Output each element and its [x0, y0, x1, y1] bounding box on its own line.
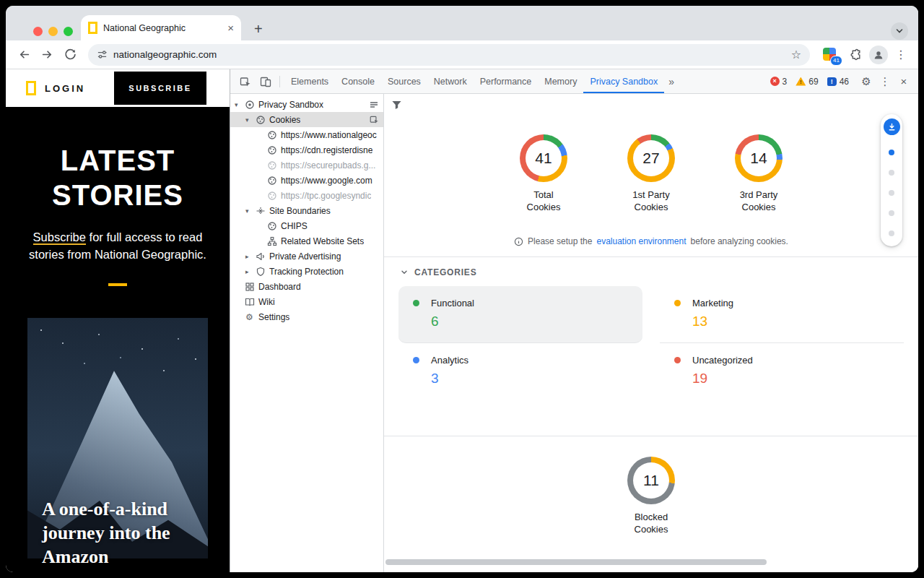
more-tabs-icon[interactable]: »	[664, 76, 679, 87]
tree-item-dashboard[interactable]: Dashboard	[230, 279, 383, 294]
tab-memory[interactable]: Memory	[538, 69, 583, 93]
tree-item-privacy-sandbox[interactable]: ▾ Privacy Sandbox	[230, 97, 383, 112]
maximize-window-button[interactable]	[64, 27, 73, 36]
inspect-cookies-icon[interactable]	[370, 115, 383, 124]
tree-item-site-boundaries[interactable]: ▾ Site Boundaries	[230, 203, 383, 218]
browser-menu-icon[interactable]: ⋮	[892, 48, 910, 61]
headline-line-1: LATEST	[6, 143, 230, 178]
close-devtools-icon[interactable]: ×	[895, 75, 912, 87]
tree-item-settings[interactable]: ⚙ Settings	[230, 309, 383, 324]
promo-subscribe-link[interactable]: Subscribe	[33, 230, 86, 245]
category-functional[interactable]: Functional 6	[398, 286, 642, 343]
issues-count: 46	[840, 77, 849, 87]
browser-tab[interactable]: National Geographic ×	[81, 15, 241, 40]
expander-icon[interactable]: ▾	[235, 101, 244, 108]
minimize-window-button[interactable]	[48, 27, 58, 36]
bookmark-star-icon[interactable]: ☆	[791, 48, 801, 61]
warning-count: 69	[808, 77, 818, 87]
total-cookies-value: 41	[535, 150, 552, 167]
total-cookies-label: Total Cookies	[510, 189, 577, 213]
section-dot[interactable]	[889, 210, 894, 216]
tab-search-chevron-icon[interactable]	[891, 22, 908, 40]
categories-header[interactable]: CATEGORIES	[384, 257, 918, 285]
promo-text: Subscribe for full access to read storie…	[18, 228, 217, 263]
settings-gear-icon[interactable]: ⚙	[858, 75, 875, 88]
section-dot-active[interactable]	[889, 150, 894, 155]
blocked-cookies-chart: 11 Blocked Cookies	[384, 457, 918, 535]
devtools-tabs: Elements Console Sources Network Perform…	[284, 69, 679, 93]
total-cookies-chart: 41 Total Cookies	[510, 134, 577, 213]
stars-decoration	[40, 329, 42, 331]
tab-privacy-sandbox[interactable]: Privacy Sandbox	[583, 69, 664, 93]
extensions-puzzle-icon[interactable]	[846, 46, 865, 64]
subscribe-button[interactable]: SUBSCRIBE	[114, 72, 206, 105]
third-party-value: 14	[750, 150, 767, 167]
tab-close-icon[interactable]: ×	[227, 22, 234, 34]
tab-performance[interactable]: Performance	[474, 69, 539, 93]
forward-button[interactable]	[38, 46, 56, 64]
expander-icon[interactable]: ▾	[245, 207, 255, 215]
section-dot[interactable]	[889, 190, 894, 196]
error-count: 3	[783, 77, 788, 87]
tree-item-related-website-sets[interactable]: Related Website Sets	[230, 233, 383, 249]
chevron-down-icon[interactable]	[400, 268, 409, 277]
categories-title: CATEGORIES	[414, 267, 476, 277]
tree-item-url-registerdisney[interactable]: https://cdn.registerdisne	[230, 142, 383, 158]
site-body: LATEST STORIES Subscribe for full access…	[6, 143, 230, 558]
hero-article[interactable]: A one-of-a-kind journey into the Amazon	[27, 318, 208, 558]
category-analytics[interactable]: Analytics 3	[398, 343, 642, 400]
tree-item-private-advertising[interactable]: ▸ Private Advertising	[230, 249, 383, 264]
filter-icon[interactable]	[391, 100, 402, 111]
third-party-cookies-chart: 14 3rd Party Cookies	[725, 134, 792, 213]
reload-button[interactable]	[61, 46, 79, 64]
devtools-menu-icon[interactable]: ⋮	[876, 75, 894, 88]
tab-elements[interactable]: Elements	[284, 69, 335, 93]
new-tab-button[interactable]: +	[254, 22, 263, 36]
horizontal-scrollbar[interactable]	[385, 559, 767, 565]
tree-item-chips[interactable]: CHIPS	[230, 218, 383, 233]
close-window-button[interactable]	[33, 27, 43, 36]
browser-window: National Geographic × + nationalgeograph…	[6, 6, 918, 572]
tree-item-wiki[interactable]: Wiki	[230, 294, 383, 309]
expander-icon[interactable]: ▸	[245, 268, 255, 275]
device-toolbar-icon[interactable]	[256, 72, 275, 91]
functional-dot-icon	[413, 300, 419, 306]
natgeo-logo-icon[interactable]	[26, 81, 36, 95]
tree-item-url-securepubads[interactable]: https://securepubads.g...	[230, 158, 383, 173]
tab-title: National Geographic	[103, 23, 222, 33]
url-text[interactable]: nationalgeographic.com	[113, 49, 785, 60]
evaluation-environment-link[interactable]: evaluation environment	[596, 236, 686, 246]
hero-caption[interactable]: A one-of-a-kind journey into the Amazon	[42, 497, 199, 569]
category-uncategorized[interactable]: Uncategorized 19	[660, 343, 904, 400]
third-party-donut: 14	[735, 134, 783, 182]
tree-item-tracking-protection[interactable]: ▸ Tracking Protection	[230, 264, 383, 279]
section-dot[interactable]	[889, 230, 894, 236]
address-bar[interactable]: nationalgeographic.com ☆	[88, 44, 810, 66]
profile-avatar[interactable]	[869, 46, 888, 64]
sidebar-menu-icon[interactable]	[369, 100, 383, 110]
tree-item-url-nationalgeographic[interactable]: https://www.nationalgeoc	[230, 127, 383, 142]
devtools-panel: Elements Console Sources Network Perform…	[230, 69, 918, 572]
login-link[interactable]: LOGIN	[45, 83, 85, 94]
category-marketing[interactable]: Marketing 13	[660, 286, 904, 343]
tree-item-url-google[interactable]: https://www.google.com	[230, 173, 383, 188]
privacy-sandbox-extension-icon[interactable]: 41	[823, 48, 837, 62]
first-party-value: 27	[642, 150, 659, 167]
tab-console[interactable]: Console	[335, 69, 381, 93]
setup-note: Please setup the evaluation environment …	[384, 236, 918, 246]
inspect-element-icon[interactable]	[236, 72, 255, 91]
tree-item-cookies[interactable]: ▾ Cookies	[230, 112, 383, 127]
tree-item-url-googlesyndication[interactable]: https://tpc.googlesyndic	[230, 188, 383, 203]
tab-sources[interactable]: Sources	[381, 69, 427, 93]
expander-icon[interactable]: ▸	[245, 253, 255, 260]
expander-icon[interactable]: ▾	[245, 116, 255, 124]
download-report-button[interactable]	[884, 118, 900, 135]
section-dot[interactable]	[889, 170, 894, 176]
cookie-icon	[266, 129, 277, 140]
tab-network[interactable]: Network	[427, 69, 474, 93]
natgeo-page: LOGIN SUBSCRIBE LATEST STORIES Subscribe…	[6, 69, 230, 572]
console-counters[interactable]: × 3 ! 69 ! 46	[770, 77, 849, 87]
site-settings-icon[interactable]	[97, 49, 108, 60]
back-button[interactable]	[14, 46, 33, 64]
marketing-count: 13	[692, 314, 892, 329]
